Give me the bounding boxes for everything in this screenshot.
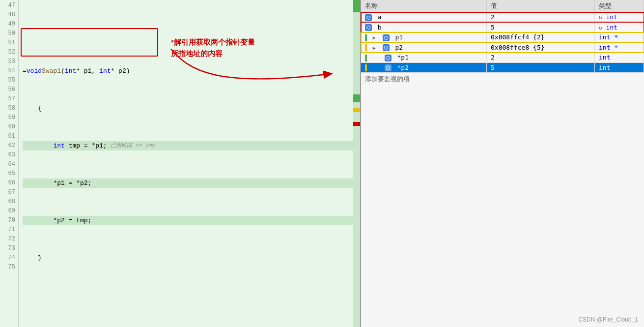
code-content: =void Swap1(int* p1, int* p2) { int tmp …: [19, 0, 353, 327]
debug-cell-name-deref-p1: *p1: [361, 53, 487, 63]
col-type: 类型: [595, 0, 644, 12]
debug-row-a[interactable]: a 2 ↻ int: [361, 12, 644, 23]
code-line-49: {: [23, 104, 353, 113]
expand-arrow-p1[interactable]: ▶: [373, 35, 379, 40]
debug-name-b: b: [378, 24, 382, 31]
debug-name-a: a: [378, 13, 382, 21]
color-bar-p2: [365, 44, 367, 51]
refresh-icon-b[interactable]: ↻: [599, 25, 602, 31]
debug-row-deref-p1[interactable]: *p1 2 int: [361, 53, 644, 63]
debug-cell-value-b: 5: [487, 22, 595, 32]
debug-cell-name-p2: ▶ p2: [361, 42, 487, 53]
debug-cell-name-b: b: [361, 22, 487, 32]
code-line-50: int tmp = *p1; 已用时间 <= 1ms: [23, 141, 353, 150]
code-line-51: *p1 = *p2;: [23, 178, 353, 188]
refresh-icon-a[interactable]: ↻: [599, 14, 602, 21]
debug-name-p1: p1: [395, 33, 403, 41]
debug-cell-value-deref-p2: 5: [487, 62, 595, 73]
debug-cell-name-a: a: [361, 12, 487, 23]
watermark: CSDN @Fire_Cloud_1: [578, 316, 638, 323]
code-line-53: }: [23, 253, 353, 263]
debug-table: 名称 值 类型 a 2 ↻ int: [361, 0, 644, 73]
debug-name-deref-p1: *p1: [397, 54, 408, 61]
watch-icon-p2: [383, 44, 390, 51]
annotation-arrow: [164, 30, 340, 89]
watch-icon-p1: [383, 34, 390, 41]
watch-icon-deref-p2: [385, 64, 392, 71]
expand-arrow-p2[interactable]: ▶: [373, 45, 379, 51]
debug-cell-value-deref-p1: 2: [487, 53, 595, 63]
debug-row-p1[interactable]: ▶ p1 0x008ffcf4 {2} int *: [361, 32, 644, 43]
debug-cell-type-p2: int *: [595, 42, 644, 53]
code-line-54: [23, 291, 353, 300]
code-line-52: *p2 = tmp;: [23, 216, 353, 225]
debug-panel-wrapper: 名称 值 类型 a 2 ↻ int: [361, 0, 644, 327]
code-scrollbar[interactable]: [353, 0, 360, 327]
debug-name-deref-p2: *p2: [397, 64, 408, 71]
color-bar-p1: [365, 34, 367, 41]
col-value: 值: [487, 0, 595, 12]
debug-table-header: 名称 值 类型: [361, 0, 644, 12]
col-name: 名称: [361, 0, 487, 12]
color-bar-deref-p2: [365, 64, 367, 71]
debug-cell-type-deref-p2: int: [595, 62, 644, 73]
color-bar-deref-p1: [365, 55, 367, 61]
add-watch[interactable]: 添加要监视的项: [361, 73, 644, 86]
debug-cell-type-a: ↻ int: [595, 12, 644, 23]
debug-cell-value-p1: 0x008ffcf4 {2}: [487, 32, 595, 43]
debug-cell-type-deref-p1: int: [595, 53, 644, 63]
debug-cell-type-p1: int *: [595, 32, 644, 43]
line-numbers: 47 48 49 50 51 52 53 54 55 56 57 58 59 6…: [0, 0, 19, 327]
debug-cell-name-p1: ▶ p1: [361, 32, 487, 43]
watch-icon-a: [365, 14, 372, 21]
watch-icon-deref-p1: [385, 55, 392, 61]
debug-row-p2[interactable]: ▶ p2 0x008ffce8 {5} int *: [361, 42, 644, 53]
watch-icon-b: [365, 24, 372, 31]
debug-row-b[interactable]: b 5 ↻ int: [361, 22, 644, 32]
debug-cell-value-p2: 0x008ffce8 {5}: [487, 42, 595, 53]
debug-cell-type-b: ↻ int: [595, 22, 644, 32]
debug-row-deref-p2[interactable]: *p2 5 int: [361, 62, 644, 73]
debug-cell-value-a: 2: [487, 12, 595, 23]
debug-cell-name-deref-p2: *p2: [361, 62, 487, 73]
code-panel: 47 48 49 50 51 52 53 54 55 56 57 58 59 6…: [0, 0, 361, 327]
debug-name-p2: p2: [395, 44, 403, 51]
debug-panel: 名称 值 类型 a 2 ↻ int: [361, 0, 644, 327]
